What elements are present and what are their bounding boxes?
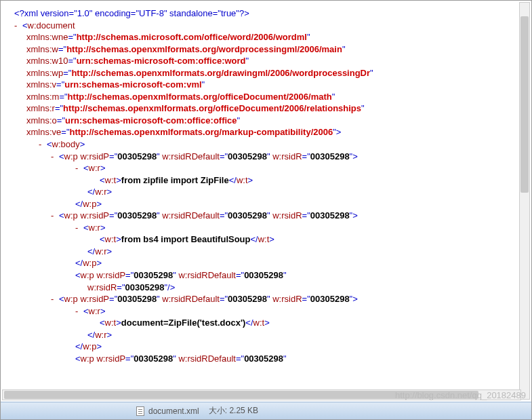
collapse-toggle[interactable]: - [39,139,41,149]
t-content: <w:t>document=ZipFile('test.docx')</w:t> [14,317,523,329]
collapse-toggle[interactable]: - [51,210,54,221]
r-close: </w:r> [14,246,523,258]
xml-declaration: <?xml version="1.0" encoding="UTF-8" sta… [14,7,523,20]
ns-wp: xmlns:wp="http://schemas.openxmlformats.… [14,67,523,79]
t-content: <w:t>from zipfile import ZipFile</w:t> [14,174,523,187]
vertical-scroll-thumb[interactable] [520,16,529,193]
collapse-toggle[interactable]: - [51,294,54,304]
file-icon [136,406,144,416]
ns-w10: xmlns:w10="urn:schemas-microsoft-com:off… [14,55,523,67]
p-empty-line2: w:rsidR="00305298"/> [14,282,523,294]
p-close: </w:p> [14,341,523,353]
taskbar-file[interactable]: document.xml [136,406,199,416]
watermark: http://blog.csdn.net/qq_20182489 [395,390,526,400]
ns-o: xmlns:o="urn:schemas-microsoft-com:offic… [14,115,523,127]
xml-viewer[interactable]: <?xml version="1.0" encoding="UTF-8" sta… [1,1,523,401]
taskbar: document.xml 大小: 2.25 KB [1,402,531,419]
p-open: - <w:p w:rsidP="00305298" w:rsidRDefault… [14,151,523,163]
t-content: <w:t>from bs4 import BeautifulSoup</w:t> [14,233,523,246]
p-close: </w:p> [14,198,523,210]
p-close: </w:p> [14,257,523,269]
ns-w: xmlns:w="http://schemas.openxmlformats.o… [14,43,523,56]
r-open: - <w:r> [14,162,523,174]
ns-m: xmlns:m="http://schemas.openxmlformats.o… [14,91,523,103]
collapse-toggle[interactable]: - [75,306,78,316]
r-open: - <w:r> [14,222,523,234]
p-open: - <w:p w:rsidP="00305298" w:rsidRDefault… [14,293,523,305]
p-open: - <w:p w:rsidP="00305298" w:rsidRDefault… [14,210,523,222]
p-empty: <w:p w:rsidP="00305298" w:rsidRDefault="… [14,269,523,282]
collapse-toggle[interactable]: - [51,151,54,161]
r-close: </w:r> [14,186,523,198]
collapse-toggle[interactable]: - [75,163,78,173]
ns-wne: xmlns:wne="http://schemas.microsoft.com/… [14,31,523,43]
ns-v: xmlns:v="urn:schemas-microsoft-com:vml" [14,79,523,91]
taskbar-filename: document.xml [148,406,199,416]
taskbar-size: 大小: 2.25 KB [209,405,258,417]
root-open: - <w:document [14,20,523,32]
ns-ve: xmlns:ve="http://schemas.openxmlformats.… [14,126,523,138]
p-open-cut: <w:p w:rsidP="00305298" w:rsidRDefault="… [14,353,523,365]
collapse-toggle[interactable]: - [14,20,17,31]
r-close: </w:r> [14,329,523,341]
r-open: - <w:r> [14,305,523,318]
ns-r: xmlns:r="http://schemas.openxmlformats.o… [14,102,523,115]
body-open: - <w:body> [14,138,523,151]
collapse-toggle[interactable]: - [75,223,78,233]
vertical-scrollbar[interactable] [519,2,530,400]
